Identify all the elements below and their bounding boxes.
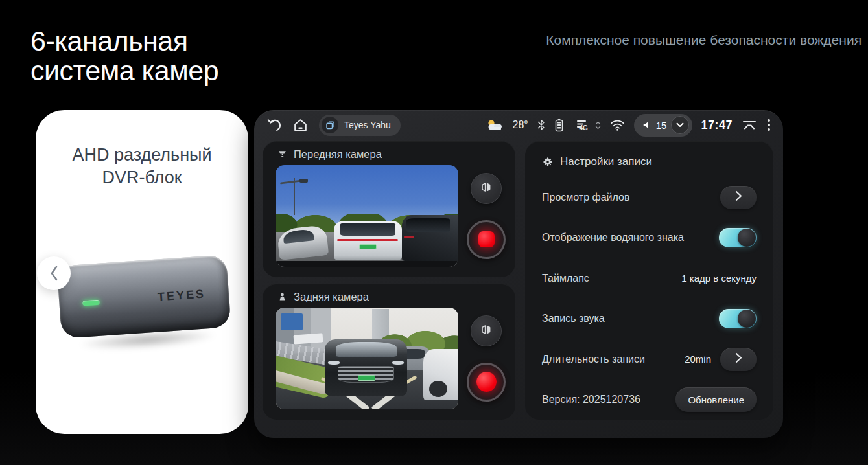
settings-row-timelapse[interactable]: Таймлапс 1 кадр в секунду [542,258,757,299]
wifi-icon [609,119,626,131]
rear-camera-header: Задняя камера [277,291,369,303]
scene-dark-suv [402,215,458,261]
volume-expand-button[interactable] [671,116,689,134]
menu-icon[interactable] [766,118,771,132]
rear-camera-controls [463,308,510,409]
back-icon[interactable] [266,117,282,133]
front-camera-icon [277,149,288,160]
chevron-left-icon [49,265,59,282]
record-icon [476,372,497,392]
settings-header: Настройки записи [542,141,757,177]
front-camera-header: Передняя камера [277,148,382,161]
dvr-card-title: AHD раздельный DVR-блок [36,144,248,189]
toggle-knob [738,229,756,247]
clock-label: 17:47 [701,119,733,132]
front-camera-controls [463,165,510,267]
status-bar: Teyes Yahu 28° [254,110,783,140]
home-icon[interactable] [292,117,309,133]
gear-icon [542,156,554,168]
settings-row-watermark[interactable]: Отображение водяного знака [542,218,757,258]
scene-white-car [423,349,458,400]
front-record-button[interactable] [467,220,506,259]
chevron-right-icon [735,352,742,366]
page-title: 6-канальная система камер [30,26,218,86]
toggle-knob [738,310,756,328]
record-stop-icon [478,231,495,247]
temperature-label: 28° [513,119,528,131]
front-camera-scene [276,165,458,267]
bluetooth-icon [537,119,546,131]
front-dual-view-button[interactable] [471,173,502,204]
app-name: Teyes Yahu [344,120,391,130]
watermark-toggle[interactable] [719,228,757,247]
page-subtitle: Комплексное повышение безопасности вожде… [546,32,862,48]
head-unit-screen: Teyes Yahu 28° [254,110,783,438]
app-pill[interactable]: Teyes Yahu [319,115,401,136]
view-files-button[interactable] [720,186,757,209]
dual-view-icon [479,323,493,339]
update-button[interactable]: Обновление [675,387,757,412]
settings-row-version: Версия: 2025120736 Обновление [542,380,757,420]
dual-view-icon [479,180,493,197]
scene-black-sedan [325,339,407,396]
front-camera-view [276,165,458,267]
page-title-line2: система камер [30,56,218,85]
front-camera-label: Передняя камера [294,148,382,161]
license-plate [358,375,375,381]
settings-row-audio[interactable]: Запись звука [542,299,757,339]
version-label: Версия: 2025120736 [542,394,640,405]
timelapse-value: 1 кадр в секунду [681,273,757,284]
settings-title: Настройки записи [560,155,652,168]
front-camera-card: Передняя камера [263,141,515,277]
scene-dashboard [276,261,458,267]
app-switcher-icon [322,117,338,133]
volume-level: 15 [656,120,667,131]
dvr-device-image: TEYES [56,255,231,339]
page: 6-канальная система камер Комплексное по… [0,0,868,465]
settings-row-duration[interactable]: Длительность записи 20min [542,339,757,380]
rear-dual-view-button[interactable] [471,315,502,346]
page-title-line1: 6-канальная [30,26,218,56]
data-updown-arrows-icon [595,121,601,130]
rear-camera-icon [277,291,288,302]
battery-icon [554,118,564,132]
duration-value: 20min [685,354,711,365]
rear-camera-label: Задняя камера [294,291,369,303]
scene-streetlight [294,178,295,215]
dvr-card-title-line1: AHD раздельный [36,144,248,166]
license-plate [359,244,377,249]
volume-pill[interactable]: 15 [634,114,693,137]
rear-camera-scene [276,308,458,409]
network-type-label: 4G [579,124,587,131]
status-bar-right: 28° [485,114,771,137]
collapse-bar-icon[interactable] [741,119,758,131]
cellular-signal-icon: 4G [572,117,592,133]
scene-white-suv [334,221,401,260]
weather-icon [485,118,504,132]
status-bar-left: Teyes Yahu [266,115,401,136]
chevron-right-icon [735,190,742,204]
prev-slide-button[interactable] [37,256,71,290]
volume-icon [642,120,651,130]
dvr-device-card: AHD раздельный DVR-блок TEYES [36,110,248,434]
rear-record-button[interactable] [467,363,506,402]
settings-row-view-files[interactable]: Просмотр файлов [542,177,757,218]
record-settings-card: Настройки записи Просмотр файлов Отображ… [525,141,773,420]
rear-camera-view [276,308,458,409]
rear-camera-card: Задняя камера [263,284,515,420]
dvr-card-title-line2: DVR-блок [36,166,248,189]
audio-record-toggle[interactable] [719,309,757,328]
duration-button[interactable] [720,348,757,371]
